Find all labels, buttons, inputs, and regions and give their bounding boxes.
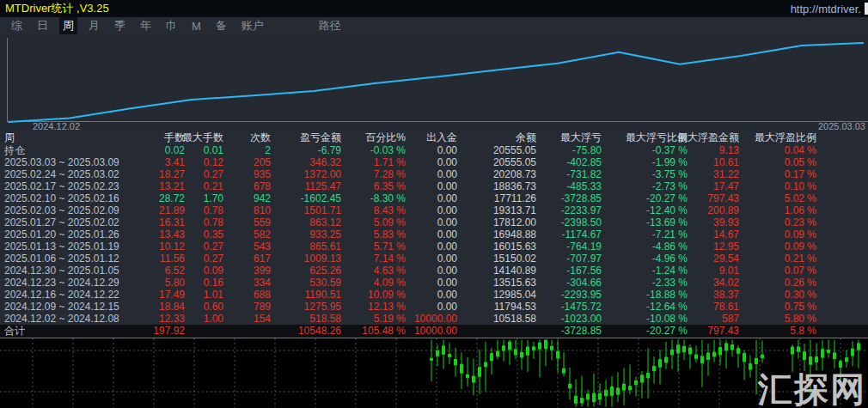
table-row[interactable]: 2025.02.03 ~ 2025.02.0921.890.788101501.… (0, 204, 868, 216)
table-row[interactable]: 2025.02.17 ~ 2025.02.2313.210.216781125.… (0, 180, 868, 192)
value-cell: 0.35 (185, 228, 223, 241)
menu-tab-M[interactable]: M (188, 19, 205, 33)
value-cell: 0.00 (406, 277, 457, 289)
value-cell: 7.28 % (341, 168, 406, 180)
value-cell: 0.00 (406, 192, 457, 204)
row-label: 2024.12.23 ~ 2024.12.29 (0, 277, 150, 289)
value-cell: 14140.89 (457, 265, 536, 277)
value-cell: 0.17 % (739, 168, 816, 180)
table-row[interactable]: 2024.12.09 ~ 2024.12.1518.840.607891275.… (0, 301, 868, 313)
value-cell: 0.12 (185, 156, 223, 168)
value-cell: -12.40 % (602, 204, 688, 216)
value-cell: 0.00 (406, 228, 457, 241)
table-row[interactable]: 2024.12.30 ~ 2025.01.056.520.09399625.26… (0, 265, 868, 277)
value-cell: 617 (223, 253, 271, 265)
value-cell: -13.69 % (602, 216, 688, 228)
value-cell: 1.70 (185, 192, 223, 204)
value-cell: 0.00 (406, 289, 457, 301)
value-cell: 29.54 (688, 253, 739, 265)
value-cell: 582 (223, 228, 271, 241)
menu-tab-备[interactable]: 备 (212, 17, 230, 34)
value-cell: 21.89 (150, 204, 185, 216)
window-edge-decoration (865, 3, 868, 15)
menu-item-path[interactable]: 路径 (315, 17, 345, 34)
value-cell: 10.09 % (341, 289, 406, 301)
equity-chart: 2024.12.02 2025.03.03 (0, 34, 868, 131)
menu-tab-综[interactable]: 综 (8, 17, 26, 34)
value-cell: 最大手数 (185, 131, 223, 144)
value-cell: -1475.72 (536, 301, 602, 313)
table-row[interactable]: 2025.01.20 ~ 2025.01.2613.430.35582933.2… (0, 228, 868, 241)
value-cell: 百分比% (341, 131, 406, 144)
table-row[interactable]: 2025.01.06 ~ 2025.01.1211.560.276171009.… (0, 253, 868, 265)
value-cell: -167.56 (536, 265, 602, 277)
value-cell: 0.00 (406, 156, 457, 168)
value-cell: 10.12 (150, 241, 185, 253)
menu-tab-月[interactable]: 月 (85, 17, 103, 34)
value-cell: 16015.63 (457, 241, 536, 253)
value-cell: 0.02 (150, 144, 185, 156)
titlebar-url-link[interactable]: http://mtdriver. (791, 3, 865, 15)
value-cell: 0.00 (406, 204, 457, 216)
table-row[interactable]: 2025.01.27 ~ 2025.02.0216.310.78559863.1… (0, 216, 868, 228)
table-row[interactable]: 2024.12.02 ~ 2024.12.0812.331.00154518.5… (0, 313, 868, 325)
value-cell: 10000.00 (406, 325, 457, 338)
menu-tab-巾[interactable]: 巾 (162, 17, 180, 34)
value-cell: 625.26 (271, 265, 341, 277)
value-cell: 最大浮亏 (536, 131, 602, 144)
value-cell: 78.61 (688, 301, 739, 313)
total-row: 合计197.9210548.26105.48 %10000.00-3728.85… (0, 325, 868, 338)
value-cell: 13.43 (150, 228, 185, 241)
value-cell: 31.22 (688, 168, 739, 180)
menu-tab-周[interactable]: 周 (59, 17, 77, 34)
value-cell: 12985.04 (457, 289, 536, 301)
value-cell: 17.47 (688, 180, 739, 192)
value-cell: 最大浮盈比例 (739, 131, 816, 144)
value-cell: 39.93 (688, 216, 739, 228)
value-cell: 543 (223, 241, 271, 253)
position-row[interactable]: 持仓0.020.012-6.79-0.03 %0.0020555.05-75.8… (0, 144, 868, 156)
value-cell: -402.85 (536, 156, 602, 168)
value-cell: 7.14 % (341, 253, 406, 265)
menu-tab-季[interactable]: 季 (111, 17, 129, 34)
table-row[interactable]: 2025.02.10 ~ 2025.02.1628.721.70942-1602… (0, 192, 868, 204)
value-cell: 1.06 % (739, 204, 816, 216)
value-cell: 0.01 (185, 144, 223, 156)
value-cell: 865.61 (271, 241, 341, 253)
value-cell: 797.43 (688, 192, 739, 204)
value-cell: 盈亏金额 (271, 131, 341, 144)
value-cell: 0.00 (406, 168, 457, 180)
value-cell: 14.67 (688, 228, 739, 241)
table-row[interactable]: 2024.12.23 ~ 2024.12.295.800.16334530.59… (0, 277, 868, 289)
value-cell: -731.82 (536, 168, 602, 180)
menu-tab-账户[interactable]: 账户 (238, 17, 267, 34)
value-cell: 4.63 % (341, 265, 406, 277)
value-cell: 17711.26 (457, 192, 536, 204)
title-bar: MTDriver统计 ,V3.25 http://mtdriver. (0, 0, 868, 17)
row-label: 2024.12.09 ~ 2024.12.15 (0, 301, 150, 313)
value-cell: -1.99 % (602, 156, 688, 168)
table-row[interactable]: 2025.01.13 ~ 2025.01.1910.120.27543865.6… (0, 241, 868, 253)
table-row[interactable]: 2024.12.16 ~ 2024.12.2217.491.016881190.… (0, 289, 868, 301)
value-cell: 1501.71 (271, 204, 341, 216)
value-cell: 5.80 % (739, 313, 816, 325)
value-cell: 次数 (223, 131, 271, 144)
table-row[interactable]: 2025.02.24 ~ 2025.03.0218.270.279351372.… (0, 168, 868, 180)
value-cell: 0.09 (185, 265, 223, 277)
value-cell: 205 (223, 156, 271, 168)
menu-tab-年[interactable]: 年 (137, 17, 155, 34)
row-label: 2025.01.06 ~ 2025.01.12 (0, 253, 150, 265)
value-cell: 16.31 (150, 216, 185, 228)
row-label: 周 (0, 131, 150, 144)
value-cell: 13515.63 (457, 277, 536, 289)
value-cell: -304.66 (536, 277, 602, 289)
value-cell: 3.41 (150, 156, 185, 168)
value-cell: 15150.02 (457, 253, 536, 265)
table-row[interactable]: 2025.03.03 ~ 2025.03.093.410.12205346.32… (0, 156, 868, 168)
value-cell: 13.21 (150, 180, 185, 192)
menu-tab-日[interactable]: 日 (34, 17, 52, 34)
value-cell: 0.78 (185, 216, 223, 228)
value-cell: -20.27 % (602, 192, 688, 204)
value-cell: 0.10 % (739, 180, 816, 192)
value-cell: 18836.73 (457, 180, 536, 192)
